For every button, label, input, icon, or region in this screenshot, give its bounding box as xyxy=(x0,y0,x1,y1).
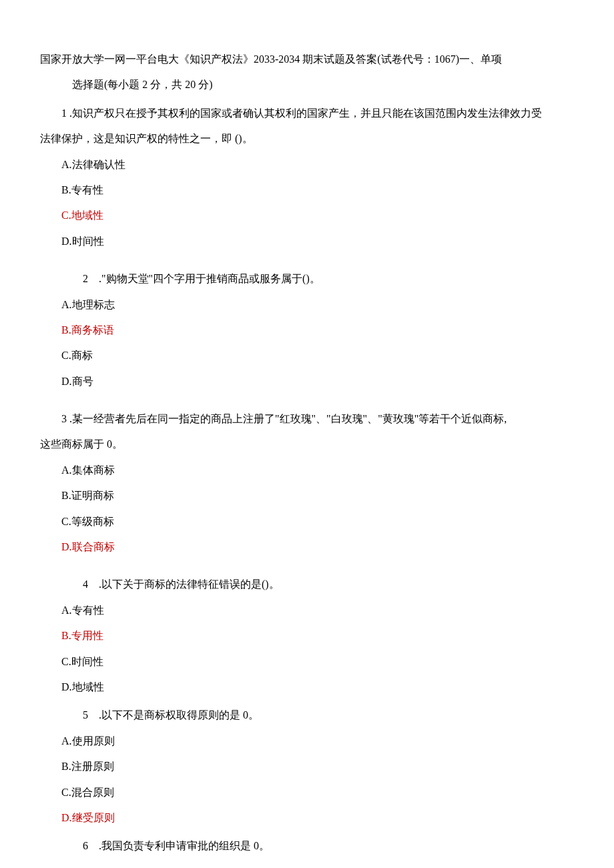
question-5-text: 5.以下不是商标权取得原则的是 0。 xyxy=(40,703,574,728)
question-2-option-a: A.地理标志 xyxy=(40,292,574,318)
question-3: 3 .某一经营者先后在同一指定的商品上注册了"红玫瑰"、"白玫瑰"、"黄玫瑰"等… xyxy=(40,406,574,560)
question-1-option-b: B.专有性 xyxy=(40,177,574,203)
document-header: 国家开放大学一网一平台电大《知识产权法》2033-2034 期末试题及答案(试卷… xyxy=(40,47,574,98)
question-5-body: .以下不是商标权取得原则的是 0。 xyxy=(99,709,259,721)
question-1-text-line1: 1 .知识产权只在授予其权利的国家或者确认其权利的国家产生，并且只能在该国范围内… xyxy=(40,101,574,126)
question-4-option-d: D.地域性 xyxy=(40,675,574,700)
question-3-text-line1: 3 .某一经营者先后在同一指定的商品上注册了"红玫瑰"、"白玫瑰"、"黄玫瑰"等… xyxy=(40,406,574,432)
question-1: 1 .知识产权只在授予其权利的国家或者确认其权利的国家产生，并且只能在该国范围内… xyxy=(40,101,574,254)
question-1-option-c: C.地域性 xyxy=(40,203,574,228)
question-2-option-c: C.商标 xyxy=(40,343,574,368)
question-4-body: .以下关于商标的法律特征错误的是()。 xyxy=(99,578,280,590)
question-5: 5.以下不是商标权取得原则的是 0。 A.使用原则 B.注册原则 C.混合原则 … xyxy=(40,703,574,831)
question-5-option-a: A.使用原则 xyxy=(40,729,574,754)
question-2: 2."购物天堂"四个字用于推销商品或服务属于()。 A.地理标志 B.商务标语 … xyxy=(40,266,574,394)
header-line-2: 选择题(每小题 2 分，共 20 分) xyxy=(40,72,574,97)
question-4-text: 4.以下关于商标的法律特征错误的是()。 xyxy=(40,572,574,597)
question-3-text-line2: 这些商标属于 0。 xyxy=(40,432,574,457)
question-5-number: 5 xyxy=(61,703,99,728)
question-2-text: 2."购物天堂"四个字用于推销商品或服务属于()。 xyxy=(40,266,574,292)
question-3-option-d: D.联合商标 xyxy=(40,534,574,560)
question-3-option-b: B.证明商标 xyxy=(40,483,574,508)
question-1-option-d: D.时间性 xyxy=(40,229,574,254)
question-5-option-d: D.继受原则 xyxy=(40,805,574,831)
question-5-option-c: C.混合原则 xyxy=(40,780,574,805)
question-4-option-b: B.专用性 xyxy=(40,623,574,648)
question-4-option-a: A.专有性 xyxy=(40,598,574,623)
question-2-option-b: B.商务标语 xyxy=(40,318,574,343)
question-6: 6.我国负责专利申请审批的组织是 0。 xyxy=(40,833,574,859)
question-4-option-c: C.时间性 xyxy=(40,649,574,675)
question-1-option-a: A.法律确认性 xyxy=(40,152,574,177)
question-6-number: 6 xyxy=(61,833,99,859)
question-5-option-b: B.注册原则 xyxy=(40,754,574,779)
question-3-option-a: A.集体商标 xyxy=(40,458,574,483)
question-4: 4.以下关于商标的法律特征错误的是()。 A.专有性 B.专用性 C.时间性 D… xyxy=(40,572,574,700)
question-4-number: 4 xyxy=(61,572,99,597)
question-1-text-line2: 法律保护，这是知识产权的特性之一，即 ()。 xyxy=(40,126,574,151)
header-line-1: 国家开放大学一网一平台电大《知识产权法》2033-2034 期末试题及答案(试卷… xyxy=(40,47,574,72)
question-2-body: ."购物天堂"四个字用于推销商品或服务属于()。 xyxy=(99,273,320,284)
question-2-number: 2 xyxy=(61,266,99,292)
question-3-option-c: C.等级商标 xyxy=(40,509,574,534)
question-6-body: .我国负责专利申请审批的组织是 0。 xyxy=(99,840,270,851)
question-6-text: 6.我国负责专利申请审批的组织是 0。 xyxy=(40,833,574,859)
question-2-option-d: D.商号 xyxy=(40,369,574,394)
